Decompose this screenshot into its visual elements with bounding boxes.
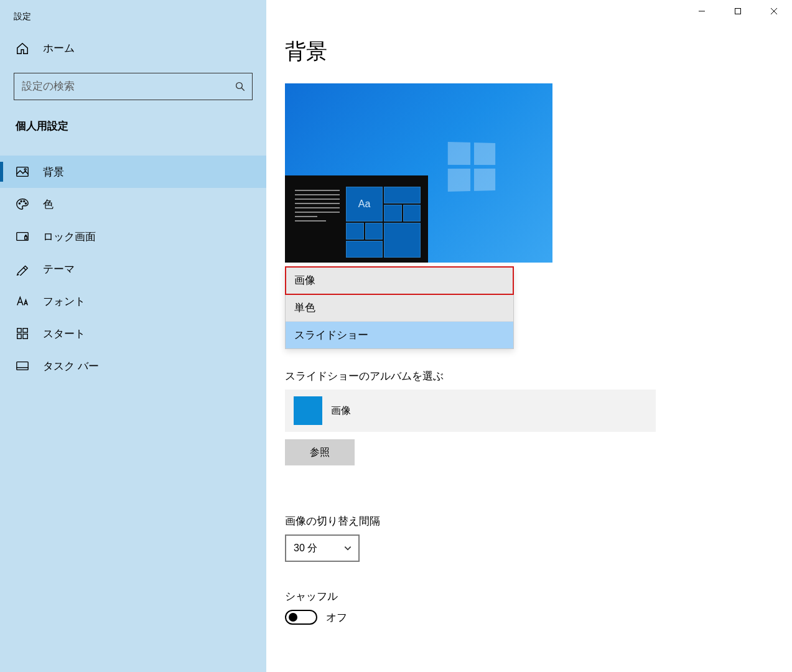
- svg-rect-13: [23, 334, 27, 338]
- taskbar-icon: [16, 359, 29, 373]
- dropdown-option-slideshow[interactable]: スライドショー: [286, 322, 513, 348]
- start-icon: [16, 327, 29, 340]
- home-nav[interactable]: ホーム: [0, 30, 266, 62]
- page-title: 背景: [285, 37, 773, 66]
- search-icon: [235, 81, 246, 92]
- nav-label: テーマ: [43, 262, 75, 276]
- svg-rect-10: [17, 329, 21, 332]
- maximize-button[interactable]: [720, 0, 756, 22]
- svg-point-7: [25, 203, 26, 204]
- nav-label: 背景: [43, 165, 64, 179]
- nav-label: フォント: [43, 294, 85, 309]
- interval-section-label: 画像の切り替え間隔: [285, 514, 773, 528]
- lock-screen-icon: [16, 230, 29, 243]
- picture-icon: [16, 165, 29, 179]
- minimize-button[interactable]: [684, 0, 720, 22]
- background-type-dropdown[interactable]: 画像 単色 スライドショー: [285, 266, 514, 349]
- nav-label: 色: [43, 197, 54, 212]
- home-icon: [16, 42, 29, 55]
- theme-icon: [16, 262, 29, 276]
- background-preview: Aa: [285, 83, 552, 263]
- nav-label: タスク バー: [43, 359, 99, 373]
- nav-label: スタート: [43, 327, 85, 341]
- nav-list: 背景 色 ロック画面 テーマ フォント スタート タスク バー: [0, 156, 266, 382]
- svg-point-0: [236, 83, 243, 89]
- svg-rect-14: [17, 362, 28, 370]
- nav-fonts[interactable]: フォント: [0, 285, 266, 317]
- chevron-down-icon: [343, 544, 352, 553]
- nav-taskbar[interactable]: タスク バー: [0, 350, 266, 382]
- search-box[interactable]: [14, 73, 253, 100]
- svg-point-3: [24, 169, 26, 170]
- dropdown-option-picture[interactable]: 画像: [286, 267, 513, 294]
- nav-themes[interactable]: テーマ: [0, 253, 266, 285]
- dropdown-option-solid[interactable]: 単色: [286, 294, 513, 322]
- nav-background[interactable]: 背景: [0, 156, 266, 188]
- nav-label: ロック画面: [43, 230, 96, 244]
- selected-album-row[interactable]: 画像: [285, 390, 656, 432]
- album-section-label: スライドショーのアルバムを選ぶ: [285, 369, 773, 383]
- svg-point-6: [24, 200, 25, 202]
- nav-lockscreen[interactable]: ロック画面: [0, 220, 266, 253]
- nav-start[interactable]: スタート: [0, 317, 266, 350]
- category-header: 個人用設定: [0, 105, 266, 137]
- interval-select[interactable]: 30 分: [285, 534, 360, 562]
- windows-logo-icon: [448, 142, 495, 192]
- window-controls: [684, 0, 792, 22]
- svg-rect-17: [735, 9, 741, 14]
- window-title: 設定: [0, 0, 266, 30]
- shuffle-state-label: オフ: [326, 610, 347, 625]
- shuffle-section-label: シャッフル: [285, 589, 773, 604]
- sidebar: 設定 ホーム 個人用設定 背景 色 ロック画面 テーマ フォント: [0, 0, 266, 672]
- interval-value: 30 分: [294, 542, 317, 555]
- nav-colors[interactable]: 色: [0, 188, 266, 220]
- svg-rect-9: [25, 236, 27, 240]
- main-panel: 背景 Aa 画像 単色 スライドショー スライドショーのアルバムを選ぶ 画像: [266, 0, 792, 672]
- preview-sample-text: Aa: [346, 187, 383, 222]
- font-icon: [16, 294, 29, 308]
- album-name: 画像: [331, 404, 351, 418]
- close-button[interactable]: [756, 0, 792, 22]
- album-thumbnail: [294, 396, 322, 425]
- search-input[interactable]: [22, 80, 235, 93]
- svg-point-4: [19, 203, 20, 204]
- browse-button[interactable]: 参照: [285, 439, 355, 465]
- palette-icon: [16, 197, 29, 211]
- svg-line-1: [241, 88, 245, 91]
- shuffle-toggle[interactable]: [285, 610, 317, 625]
- svg-rect-12: [17, 334, 21, 338]
- home-label: ホーム: [43, 41, 75, 55]
- svg-point-5: [21, 200, 22, 202]
- svg-rect-11: [23, 329, 27, 332]
- preview-start-menu: Aa: [285, 175, 428, 263]
